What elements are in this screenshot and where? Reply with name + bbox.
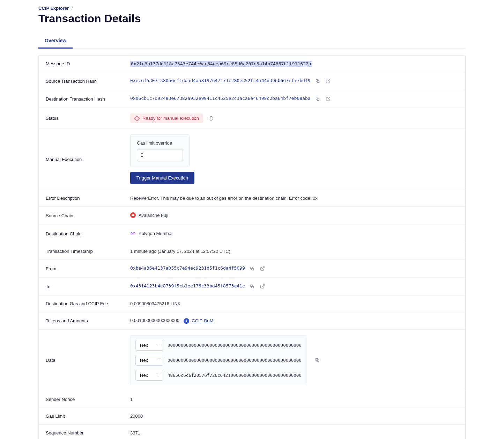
avalanche-icon <box>130 212 136 218</box>
gas-override-label: Gas limit override <box>137 140 183 146</box>
error-desc-value: ReceiverError. This may be due to an out… <box>130 196 458 201</box>
copy-icon[interactable] <box>249 265 255 272</box>
svg-point-11 <box>210 117 211 118</box>
sequence-value: 3371 <box>130 430 458 436</box>
data-block: Hex 000000000000000000000000000000000000… <box>130 335 306 385</box>
external-link-icon[interactable] <box>325 78 331 84</box>
label-status: Status <box>46 116 130 121</box>
tab-overview[interactable]: Overview <box>38 34 73 49</box>
label-message-id: Message ID <box>46 61 130 66</box>
dest-chain-name: Polygon Mumbai <box>139 231 172 236</box>
token-amount: 0.001000000000000000 <box>130 318 179 323</box>
breadcrumb-separator: / <box>72 6 73 11</box>
label-tokens: Tokens and Amounts <box>46 318 130 323</box>
label-dest-tx: Destination Transaction Hash <box>46 96 130 102</box>
row-error-description: Error Description ReceiverError. This ma… <box>39 190 465 207</box>
svg-line-14 <box>262 267 264 269</box>
label-to: To <box>46 284 130 289</box>
nonce-value: 1 <box>130 397 458 402</box>
label-gas-limit: Gas Limit <box>46 414 130 419</box>
row-timestamp: Transaction Timestamp 1 minute ago (Janu… <box>39 243 465 260</box>
row-from: From 0xbe4a36e4137a055c7e94ec9231d5f1c6d… <box>39 260 465 278</box>
label-dest-chain: Destination Chain <box>46 231 130 236</box>
source-chain-name: Avalanche Fuji <box>139 213 168 218</box>
status-text: Ready for manual execution <box>142 116 199 121</box>
gas-limit-value: 20000 <box>130 414 458 419</box>
breadcrumb-root-link[interactable]: CCIP Explorer <box>38 6 69 11</box>
timestamp-value: 1 minute ago (January 17, 2024 at 12:07:… <box>130 249 458 254</box>
data-format-select-1[interactable]: Hex <box>135 355 163 366</box>
data-line-2: 48656c6c6f20576f726c64210000000000000000… <box>168 373 301 378</box>
label-sequence: Sequence Number <box>46 430 130 436</box>
from-address-link[interactable]: 0xbe4a36e4137a055c7e94ec9231d5f1c6da4f50… <box>130 265 245 271</box>
tabs: Overview <box>38 34 466 49</box>
details-card: Message ID 0x21c3b177dd118a7347e744e0ac6… <box>38 55 466 439</box>
label-timestamp: Transaction Timestamp <box>46 249 130 254</box>
page-title: Transaction Details <box>38 12 466 25</box>
label-source-chain: Source Chain <box>46 213 130 218</box>
svg-point-8 <box>137 119 137 119</box>
copy-icon[interactable] <box>314 78 321 84</box>
gas-override-box: Gas limit override <box>130 134 190 167</box>
polygon-icon <box>130 231 136 236</box>
label-manual: Manual Execution <box>46 157 130 162</box>
label-data: Data <box>46 358 130 363</box>
data-format-select-2: Hex <box>135 370 163 381</box>
source-tx-link[interactable]: 0xec6f53071380a6cf1ddad4aa8197647171c280… <box>130 78 311 83</box>
to-address-link[interactable]: 0x4314123b4e8739f5cb1ee176c33bd45f8573c4… <box>130 283 245 288</box>
row-dest-chain: Destination Chain Polygon Mumbai <box>39 225 465 243</box>
row-message-id: Message ID 0x21c3b177dd118a7347e744e0ac6… <box>39 56 465 72</box>
row-gas-fee: Destination Gas and CCIP Fee 0.009008034… <box>39 295 465 312</box>
svg-line-17 <box>262 285 264 287</box>
trigger-execution-button[interactable]: Trigger Manual Execution <box>130 172 194 184</box>
row-source-chain: Source Chain Avalanche Fuji <box>39 207 465 225</box>
label-source-tx: Source Transaction Hash <box>46 79 130 84</box>
data-line-0: 0000000000000000000000000000000000000000… <box>168 343 301 348</box>
label-gas-fee: Destination Gas and CCIP Fee <box>46 301 130 306</box>
copy-icon[interactable] <box>249 283 255 290</box>
data-line-1: 0000000000000000000000000000000000000000… <box>168 358 301 363</box>
row-to: To 0x4314123b4e8739f5cb1ee176c33bd45f857… <box>39 278 465 295</box>
svg-line-2 <box>328 79 330 81</box>
row-gas-limit: Gas Limit 20000 <box>39 408 465 425</box>
row-dest-tx: Destination Transaction Hash 0x06cb1c7d9… <box>39 90 465 108</box>
token-name-link[interactable]: CCIP-BnM <box>192 318 213 323</box>
row-sequence: Sequence Number 3371 <box>39 425 465 439</box>
row-source-tx: Source Transaction Hash 0xec6f53071380a6… <box>39 72 465 90</box>
row-nonce: Sender Nonce 1 <box>39 391 465 408</box>
row-status: Status Ready for manual execution <box>39 108 465 129</box>
label-nonce: Sender Nonce <box>46 397 130 402</box>
token-icon <box>184 318 189 324</box>
status-badge: Ready for manual execution <box>130 114 203 123</box>
gas-override-input[interactable] <box>137 149 183 161</box>
breadcrumb: CCIP Explorer / <box>38 0 466 11</box>
message-id-value: 0x21c3b177dd118a7347e744e0ac64cea69ce85d… <box>130 61 312 67</box>
gas-fee-value: 0.00900803475216 LINK <box>130 301 458 306</box>
label-from: From <box>46 266 130 271</box>
external-link-icon[interactable] <box>259 283 266 290</box>
info-icon[interactable] <box>208 116 214 121</box>
row-data: Data Hex 0000000000000000000000000000000… <box>39 330 465 391</box>
copy-icon[interactable] <box>314 357 320 363</box>
external-link-icon[interactable] <box>259 265 266 272</box>
alert-diamond-icon <box>134 116 140 121</box>
row-tokens: Tokens and Amounts 0.001000000000000000 … <box>39 312 465 330</box>
svg-line-5 <box>328 97 330 99</box>
data-format-select-0[interactable]: Hex <box>135 340 163 351</box>
label-error-desc: Error Description <box>46 196 130 201</box>
copy-icon[interactable] <box>314 96 321 102</box>
external-link-icon[interactable] <box>325 96 331 102</box>
row-manual-execution: Manual Execution Gas limit override Trig… <box>39 129 465 190</box>
dest-tx-link[interactable]: 0x06cb1c7d92483e67382a932e99411c4525e2c3… <box>130 96 311 101</box>
